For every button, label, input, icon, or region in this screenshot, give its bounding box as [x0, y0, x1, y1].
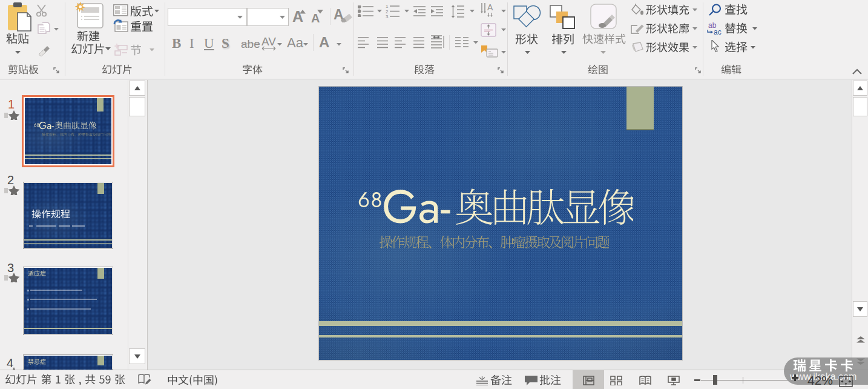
- svg-text:ac: ac: [714, 28, 722, 35]
- svg-text:A: A: [487, 3, 493, 12]
- svg-text:3: 3: [386, 14, 389, 18]
